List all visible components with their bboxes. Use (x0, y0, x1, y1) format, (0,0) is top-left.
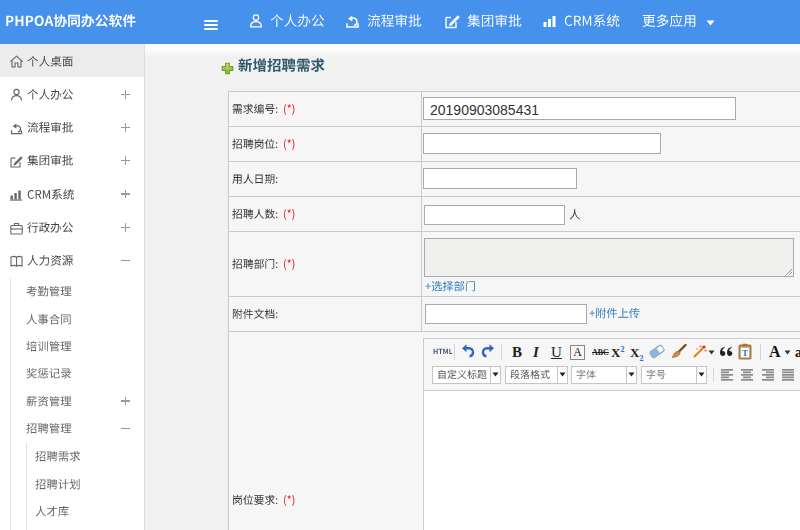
svg-text:T: T (742, 348, 748, 358)
